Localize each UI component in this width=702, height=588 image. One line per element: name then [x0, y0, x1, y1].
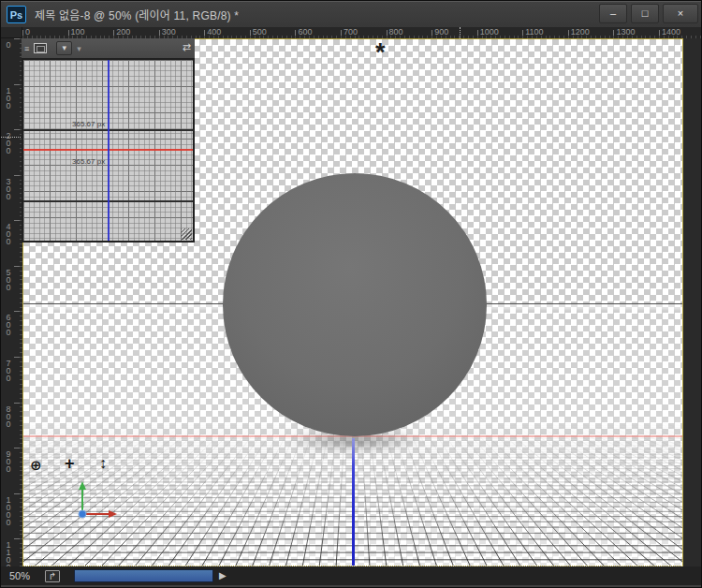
hruler-label: 500 — [253, 27, 267, 37]
photoshop-app-icon: Ps — [7, 6, 26, 23]
secondary-view-header[interactable]: ≡ ▾ ▾ ⇄ — [22, 38, 195, 58]
ground-z-axis-guide — [352, 438, 355, 566]
zoom-level-field[interactable]: 50% — [9, 570, 30, 581]
hruler-label: 200 — [116, 27, 130, 37]
horizontal-ruler[interactable]: 0100200300400500600700800900100011001200… — [22, 27, 702, 38]
vruler-label: 700 — [4, 359, 13, 381]
maximize-button[interactable]: □ — [631, 4, 659, 23]
window-controls: – □ × — [599, 4, 698, 23]
hruler-label: 400 — [207, 27, 221, 37]
status-bar: 50% ↱ ▶ — [1, 566, 701, 585]
panel-menu-icon[interactable]: ≡ — [24, 44, 29, 53]
x-axis-arrow — [109, 510, 117, 518]
status-info-icon[interactable]: ↱ — [45, 570, 60, 582]
vruler-label: 100 — [4, 86, 13, 109]
hruler-label: 300 — [162, 27, 176, 37]
minimize-button[interactable]: – — [599, 4, 627, 23]
view-select-button[interactable]: ▾ — [56, 41, 72, 55]
vruler-label: 600 — [4, 313, 13, 335]
vruler-label: 300 — [4, 177, 13, 199]
hruler-label: 600 — [298, 27, 312, 37]
hruler-label: 800 — [389, 27, 403, 37]
sphere-3d-object[interactable] — [223, 173, 487, 436]
3d-axis-widget[interactable] — [33, 442, 126, 526]
panel-resize-handle[interactable] — [181, 228, 192, 240]
hruler-label: 900 — [434, 27, 448, 37]
hruler-label: 1100 — [525, 27, 543, 37]
swap-main-view-icon[interactable]: ⇄ — [183, 41, 191, 53]
hruler-label: 1300 — [616, 27, 635, 37]
vruler-label: 0 — [4, 40, 13, 48]
vertical-ruler[interactable]: 010020030040050060070080090010001100 — [1, 38, 22, 566]
photoshop-document-window: Ps 제목 없음-8 @ 50% (레이어 11, RGB/8) * – □ ×… — [0, 0, 702, 588]
measurement-label-top: 365.67 px — [72, 120, 105, 128]
infinite-light-icon[interactable]: * — [375, 40, 386, 66]
scroll-right-arrow[interactable]: ▶ — [219, 570, 227, 581]
hruler-label: 100 — [71, 27, 85, 37]
ruler-cursor-indicator-x — [460, 27, 461, 38]
chevron-down-icon[interactable]: ▾ — [77, 44, 81, 53]
title-bar[interactable]: Ps 제목 없음-8 @ 50% (레이어 11, RGB/8) * – □ × — [1, 1, 701, 27]
top-view-z-axis — [108, 60, 110, 241]
vruler-label: 200 — [4, 131, 13, 154]
swap-views-icon[interactable] — [34, 43, 47, 53]
vruler-label: 900 — [4, 449, 13, 472]
ruler-origin-box[interactable] — [1, 27, 22, 38]
document-title: 제목 없음-8 @ 50% (레이어 11, RGB/8) * — [35, 7, 239, 22]
vruler-label: 400 — [4, 222, 13, 244]
z-axis-origin — [79, 510, 86, 518]
hruler-label: 1200 — [571, 27, 590, 37]
vruler-label: 800 — [4, 404, 13, 427]
hruler-label: 700 — [344, 27, 358, 37]
hruler-label: 0 — [25, 27, 30, 37]
vruler-label: 1000 — [4, 495, 13, 525]
close-button[interactable]: × — [663, 4, 698, 23]
secondary-view-panel: ≡ ▾ ▾ ⇄ 365.67 px 365.67 px — [22, 38, 195, 243]
horizontal-scrollbar-thumb[interactable] — [74, 569, 213, 582]
hruler-label: 1400 — [662, 27, 680, 37]
secondary-view-top-view[interactable]: 365.67 px 365.67 px — [22, 58, 195, 243]
y-axis-arrow — [79, 481, 86, 490]
hruler-label: 1000 — [480, 27, 499, 37]
measurement-label-bottom: 365.67 px — [72, 157, 105, 166]
vruler-label: 500 — [4, 268, 13, 290]
